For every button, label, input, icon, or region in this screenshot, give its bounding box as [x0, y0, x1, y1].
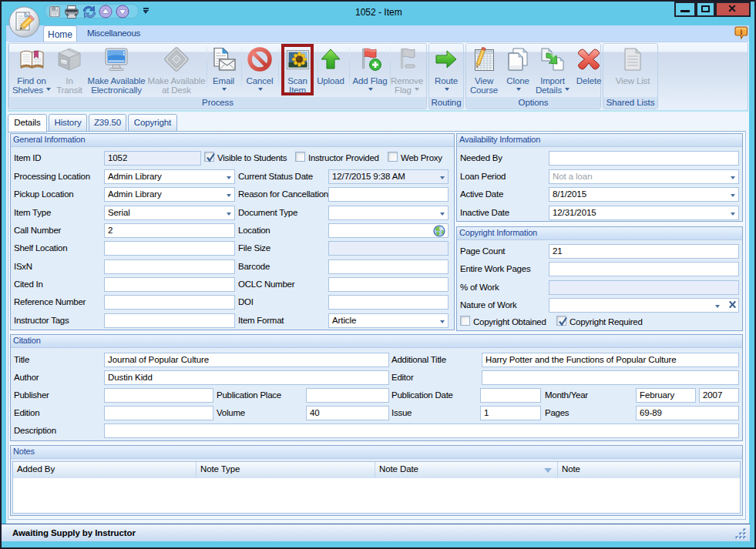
svg-text:i: i [741, 28, 743, 36]
